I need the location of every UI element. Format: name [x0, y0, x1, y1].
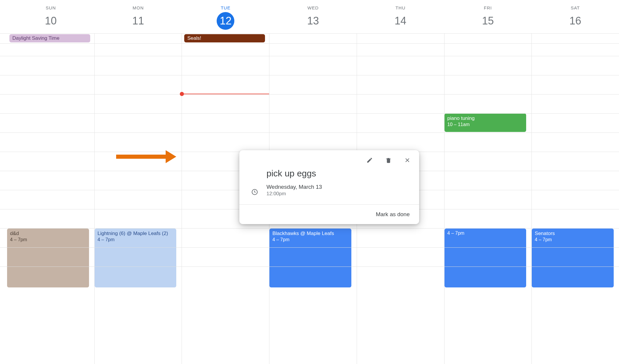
event-fri-partial[interactable]: 4 – 7pm [445, 229, 526, 287]
event-title: Lightning (6) @ Maple Leafs (2) [98, 230, 174, 237]
delete-button[interactable] [383, 155, 394, 166]
day-number: 10 [42, 12, 60, 30]
day-column-sun[interactable]: d&d 4 – 7pm [7, 44, 94, 364]
day-abbr: TUE [182, 5, 269, 10]
day-header-sun[interactable]: SUN 10 [7, 0, 95, 33]
day-number: 14 [392, 12, 409, 30]
event-title: Senators [535, 230, 611, 237]
allday-cell[interactable] [531, 34, 619, 43]
day-number: 13 [304, 12, 322, 30]
annotation-arrow [116, 150, 181, 163]
day-number: 16 [567, 12, 584, 30]
edit-button[interactable] [364, 155, 375, 166]
day-abbr: SAT [531, 5, 619, 10]
event-senators[interactable]: Senators 4 – 7pm [532, 229, 614, 287]
day-number: 12 [217, 12, 234, 30]
allday-cell[interactable] [357, 34, 444, 43]
allday-row: Daylight Saving Time Seals! [0, 34, 619, 44]
day-header-thu[interactable]: THU 14 [357, 0, 444, 33]
event-time: 4 – 7pm [535, 237, 611, 243]
day-headers: SUN 10 MON 11 TUE 12 WED 13 THU 14 FRI 1… [0, 0, 619, 34]
allday-cell[interactable] [94, 34, 182, 43]
event-piano-tuning[interactable]: piano tuning 10 – 11am [445, 113, 526, 132]
event-blackhawks[interactable]: Blackhawks @ Maple Leafs 4 – 7pm [269, 229, 351, 287]
event-time: 10 – 11am [447, 122, 523, 128]
clock-icon [251, 188, 258, 196]
task-detail-popup: pick up eggs Wednesday, March 13 12:00pm… [239, 150, 419, 224]
event-lightning[interactable]: Lightning (6) @ Maple Leafs (2) 4 – 7pm [95, 229, 177, 287]
day-header-mon[interactable]: MON 11 [95, 0, 182, 33]
hour-line [0, 113, 619, 114]
day-column-mon[interactable]: Lightning (6) @ Maple Leafs (2) 4 – 7pm [94, 44, 182, 364]
mark-as-done-button[interactable]: Mark as done [373, 209, 413, 219]
event-title: Blackhawks @ Maple Leafs [272, 230, 348, 237]
allday-event-dst[interactable]: Daylight Saving Time [9, 34, 90, 42]
day-number: 15 [479, 12, 497, 30]
allday-event-seals[interactable]: Seals! [184, 34, 265, 42]
day-header-fri[interactable]: FRI 15 [444, 0, 532, 33]
event-title: d&d [10, 230, 86, 237]
day-abbr: MON [95, 5, 182, 10]
now-indicator [182, 94, 269, 94]
popup-toolbar [239, 150, 419, 166]
hour-line [0, 247, 619, 248]
day-header-sat[interactable]: SAT 16 [531, 0, 619, 33]
popup-time: 12:00pm [266, 191, 407, 197]
allday-cell[interactable]: Daylight Saving Time [7, 34, 94, 43]
allday-cell[interactable]: Seals! [182, 34, 269, 43]
hour-line [0, 267, 619, 267]
event-time: 4 – 7pm [272, 237, 348, 243]
hour-line [0, 94, 619, 95]
popup-footer: Mark as done [239, 204, 419, 224]
event-time: 4 – 7pm [10, 237, 86, 243]
day-abbr: SUN [7, 5, 95, 10]
day-column-sat[interactable]: Senators 4 – 7pm [531, 44, 619, 364]
event-time: 4 – 7pm [98, 237, 174, 243]
day-header-tue[interactable]: TUE 12 [182, 0, 269, 33]
allday-cell[interactable] [269, 34, 357, 43]
event-title: piano tuning [447, 115, 523, 122]
arrow-body [116, 155, 166, 159]
event-time: 4 – 7pm [447, 230, 523, 236]
popup-title: pick up eggs [266, 168, 407, 178]
hour-line [0, 133, 619, 133]
day-abbr: WED [269, 5, 357, 10]
now-dot-icon [180, 92, 184, 96]
hour-line [0, 75, 619, 75]
day-abbr: FRI [444, 5, 532, 10]
popup-body: pick up eggs Wednesday, March 13 12:00pm [239, 166, 419, 204]
hour-line [0, 228, 619, 229]
event-dd[interactable]: d&d 4 – 7pm [7, 229, 89, 287]
close-button[interactable] [402, 155, 413, 166]
arrow-head-icon [166, 150, 176, 163]
popup-date: Wednesday, March 13 [266, 184, 407, 190]
hour-line [0, 56, 619, 56]
day-number: 11 [129, 12, 147, 30]
day-column-fri[interactable]: piano tuning 10 – 11am 4 – 7pm [444, 44, 532, 364]
day-header-wed[interactable]: WED 13 [269, 0, 357, 33]
allday-cell[interactable] [444, 34, 532, 43]
day-abbr: THU [357, 5, 444, 10]
